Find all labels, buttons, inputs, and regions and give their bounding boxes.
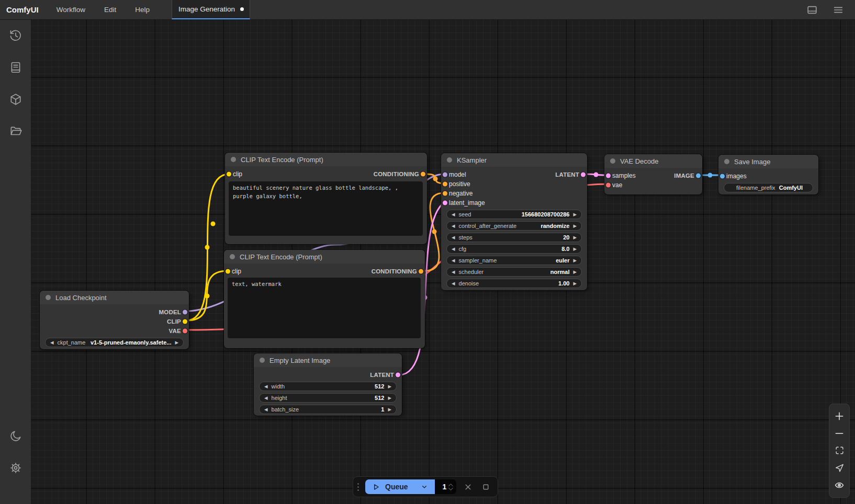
clear-queue-icon[interactable]: [462, 480, 474, 494]
positive-prompt-textarea[interactable]: beautiful scenery nature glass bottle la…: [229, 181, 423, 236]
node-ksampler[interactable]: KSampler model LATENT positive negative …: [441, 153, 587, 290]
fit-view-icon[interactable]: [832, 444, 847, 457]
menu-help[interactable]: Help: [126, 0, 159, 19]
increment-arrow-icon[interactable]: ▶: [388, 407, 391, 412]
decrement-arrow-icon[interactable]: ◀: [452, 270, 455, 274]
positive-input-port[interactable]: [443, 182, 447, 187]
latent-output-port[interactable]: [396, 373, 400, 377]
chevron-down-icon[interactable]: [420, 483, 429, 491]
collapse-dot-icon[interactable]: [46, 295, 51, 300]
batch-count-stepper[interactable]: 1: [435, 479, 457, 494]
collapse-dot-icon[interactable]: [230, 254, 235, 259]
increment-arrow-icon[interactable]: ▶: [573, 270, 577, 274]
increment-arrow-icon[interactable]: ▶: [573, 281, 577, 286]
decrement-arrow-icon[interactable]: ◀: [50, 340, 54, 345]
widget-seed[interactable]: ◀ seed 156680208700286 ▶: [446, 210, 582, 219]
widget-denoise[interactable]: ◀ denoise 1.00 ▶: [446, 279, 582, 288]
node-clip-text-encode-positive[interactable]: CLIP Text Encode (Prompt) clip CONDITION…: [225, 153, 427, 244]
step-up-icon[interactable]: [448, 483, 454, 487]
queue-button[interactable]: Queue: [365, 479, 435, 494]
increment-arrow-icon[interactable]: ▶: [573, 224, 577, 228]
collapse-dot-icon[interactable]: [610, 158, 615, 164]
increment-arrow-icon[interactable]: ▶: [388, 396, 391, 400]
vae-output-port[interactable]: [183, 329, 187, 334]
node-clip-text-encode-negative[interactable]: CLIP Text Encode (Prompt) clip CONDITION…: [224, 250, 425, 348]
node-save-image[interactable]: Save Image images filename_prefix ComfyU…: [718, 155, 818, 194]
decrement-arrow-icon[interactable]: ◀: [264, 407, 268, 412]
widget-ckpt-name[interactable]: ◀ ckpt_name v1-5-pruned-emaonly.safete..…: [45, 338, 184, 347]
node-header[interactable]: KSampler: [441, 153, 587, 167]
step-down-icon[interactable]: [448, 487, 454, 491]
node-header[interactable]: VAE Decode: [604, 154, 702, 168]
decrement-arrow-icon[interactable]: ◀: [452, 212, 455, 217]
clip-output-port[interactable]: [183, 319, 187, 324]
model-library-icon[interactable]: [4, 88, 27, 111]
bottom-panel-toggle-icon[interactable]: [805, 3, 819, 17]
latent-image-input-port[interactable]: [443, 201, 447, 205]
toggle-visibility-icon[interactable]: [832, 478, 847, 492]
theme-toggle-icon[interactable]: [4, 425, 27, 448]
widget-control-after-generate[interactable]: ◀ control_after_generate randomize ▶: [446, 221, 582, 231]
zoom-out-icon[interactable]: [832, 427, 847, 440]
samples-input-port[interactable]: [606, 174, 611, 178]
images-input-port[interactable]: [720, 174, 725, 179]
menu-workflow[interactable]: Workflow: [47, 0, 95, 19]
negative-input-port[interactable]: [443, 191, 447, 196]
negative-prompt-textarea[interactable]: text, watermark: [228, 278, 421, 338]
decrement-arrow-icon[interactable]: ◀: [452, 235, 455, 240]
node-library-icon[interactable]: [4, 56, 27, 79]
drag-handle-icon[interactable]: [356, 483, 360, 491]
node-header[interactable]: Load Checkpoint: [40, 291, 189, 304]
decrement-arrow-icon[interactable]: ◀: [264, 396, 268, 400]
menu-edit[interactable]: Edit: [95, 0, 126, 19]
clip-input-port[interactable]: [227, 172, 231, 177]
image-output-port[interactable]: [696, 174, 701, 178]
latent-output-port[interactable]: [581, 173, 586, 177]
node-header[interactable]: CLIP Text Encode (Prompt): [224, 250, 425, 264]
widget-cfg[interactable]: ◀ cfg 8.0 ▶: [446, 244, 582, 254]
increment-arrow-icon[interactable]: ▶: [573, 235, 577, 240]
collapse-dot-icon[interactable]: [260, 358, 265, 363]
decrement-arrow-icon[interactable]: ◀: [452, 247, 455, 251]
increment-arrow-icon[interactable]: ▶: [388, 384, 391, 389]
increment-arrow-icon[interactable]: ▶: [175, 340, 178, 345]
widget-steps[interactable]: ◀ steps 20 ▶: [446, 233, 582, 242]
increment-arrow-icon[interactable]: ▶: [573, 212, 577, 217]
conditioning-output-port[interactable]: [421, 172, 425, 177]
zoom-in-icon[interactable]: [832, 409, 847, 423]
widget-width[interactable]: ◀ width 512 ▶: [259, 382, 397, 391]
increment-arrow-icon[interactable]: ▶: [573, 247, 577, 251]
widget-batch-size[interactable]: ◀ batch_size 1 ▶: [259, 405, 397, 414]
widget-height[interactable]: ◀ height 512 ▶: [259, 393, 397, 403]
node-empty-latent-image[interactable]: Empty Latent Image LATENT ◀ width 512 ▶ …: [254, 353, 402, 416]
hamburger-menu-icon[interactable]: [831, 3, 846, 17]
widget-scheduler[interactable]: ◀ scheduler normal ▶: [446, 267, 582, 277]
queue-history-icon[interactable]: [4, 24, 27, 47]
collapse-dot-icon[interactable]: [231, 157, 236, 162]
model-output-port[interactable]: [183, 310, 187, 315]
decrement-arrow-icon[interactable]: ◀: [452, 258, 455, 263]
settings-icon[interactable]: [4, 456, 27, 479]
increment-arrow-icon[interactable]: ▶: [573, 258, 577, 263]
widget-sampler-name[interactable]: ◀ sampler_name euler ▶: [446, 256, 582, 265]
workflows-icon[interactable]: [4, 120, 27, 143]
node-graph-canvas[interactable]: Load Checkpoint MODEL CLIP VAE ◀ ckpt_na…: [31, 20, 855, 504]
node-header[interactable]: CLIP Text Encode (Prompt): [225, 153, 427, 166]
vae-input-port[interactable]: [606, 183, 611, 188]
model-input-port[interactable]: [443, 173, 447, 177]
collapse-dot-icon[interactable]: [724, 159, 729, 164]
node-load-checkpoint[interactable]: Load Checkpoint MODEL CLIP VAE ◀ ckpt_na…: [40, 291, 189, 349]
collapse-dot-icon[interactable]: [447, 157, 452, 163]
conditioning-output-port[interactable]: [419, 269, 423, 274]
clip-input-port[interactable]: [226, 269, 230, 274]
decrement-arrow-icon[interactable]: ◀: [452, 281, 455, 286]
node-header[interactable]: Save Image: [718, 155, 818, 168]
decrement-arrow-icon[interactable]: ◀: [452, 224, 455, 228]
widget-filename-prefix[interactable]: filename_prefix ComfyUI: [724, 183, 813, 192]
node-vae-decode[interactable]: VAE Decode samples IMAGE vae: [604, 154, 702, 194]
stop-icon[interactable]: [480, 480, 492, 494]
node-header[interactable]: Empty Latent Image: [254, 353, 402, 367]
decrement-arrow-icon[interactable]: ◀: [264, 384, 268, 389]
tab-image-generation[interactable]: Image Generation: [172, 0, 250, 19]
select-mode-icon[interactable]: [832, 461, 847, 475]
